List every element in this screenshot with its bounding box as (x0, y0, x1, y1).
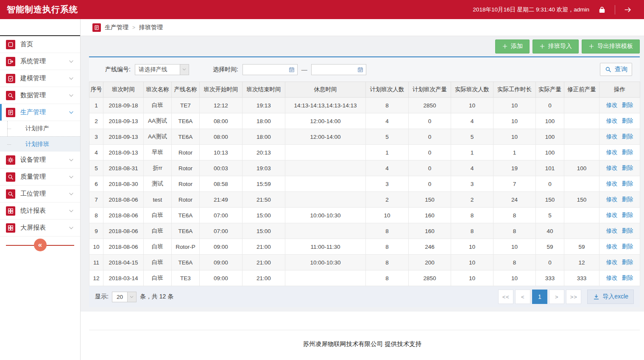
shift-import-button[interactable]: 排班导入 (532, 39, 579, 53)
edit-link[interactable]: 修改 (606, 228, 618, 234)
edit-link[interactable]: 修改 (606, 180, 618, 187)
table-cell: AA测试 (144, 129, 172, 145)
sidebar-item-equipment[interactable]: 设备管理 (0, 152, 80, 169)
sidebar-collapse-button[interactable]: « (34, 239, 47, 251)
table-cell (285, 270, 366, 286)
page-button[interactable]: < (515, 290, 530, 304)
delete-link[interactable]: 删除 (622, 196, 633, 202)
time-from-input[interactable] (243, 64, 298, 75)
edit-link[interactable]: 修改 (606, 149, 618, 155)
shift-panel: 产线编号: 请选择产线 选择时间: — (89, 56, 640, 307)
sidebar-item-quality[interactable]: 质量管理 (0, 169, 80, 186)
column-header: 班次结束时间 (243, 82, 285, 98)
page-size-select[interactable]: 20 (112, 292, 137, 302)
edit-link[interactable]: 修改 (606, 243, 618, 250)
table-cell: 10 (366, 208, 409, 223)
table-cell: 11:00-11:30 (285, 239, 366, 255)
column-header: 实际工作时长 (493, 82, 536, 98)
delete-link[interactable]: 删除 (622, 133, 633, 140)
table-cell: AA测试 (144, 113, 172, 129)
query-button[interactable]: 查询 (600, 63, 632, 76)
sidebar-item-station[interactable]: 工位管理 (0, 186, 80, 202)
delete-link[interactable]: 删除 (622, 228, 633, 234)
table-cell (564, 208, 599, 223)
column-header: 计划班次人数 (366, 82, 409, 98)
breadcrumb-separator: > (132, 25, 135, 31)
modeling-icon (6, 74, 15, 83)
breadcrumb: 生产管理 > 排班管理 (81, 19, 644, 36)
time-to-input[interactable] (311, 64, 366, 75)
delete-link[interactable]: 删除 (622, 212, 633, 218)
sidebar-item-stats-report[interactable]: 统计报表 (0, 202, 80, 219)
export-template-button[interactable]: 导出排班模板 (582, 39, 640, 53)
delete-link[interactable]: 删除 (622, 165, 633, 171)
calendar-icon[interactable] (288, 66, 295, 73)
page-button-current[interactable]: 1 (532, 290, 547, 304)
table-cell: 2850 (409, 98, 451, 113)
sidebar-item-bigscreen-report[interactable]: 大屏报表 (0, 219, 80, 236)
page-button[interactable]: << (498, 290, 513, 304)
plus-icon (502, 43, 508, 49)
table-cell: 白班 (144, 223, 172, 239)
table-cell: 0 (536, 176, 564, 192)
delete-link[interactable]: 删除 (622, 275, 633, 281)
edit-link[interactable]: 修改 (606, 133, 618, 140)
lock-icon[interactable] (598, 6, 606, 14)
table-cell: 15:59 (243, 176, 285, 192)
table-cell: 7 (493, 176, 536, 192)
sidebar-item-system[interactable]: 系统管理 (0, 53, 80, 70)
table-cell: 08:58 (200, 176, 243, 192)
table-cell: 4 (89, 145, 103, 160)
delete-link[interactable]: 删除 (622, 243, 633, 250)
table-cell: 19:13 (243, 98, 285, 113)
logout-arrow-icon[interactable] (624, 6, 632, 14)
sidebar-subitem-plan-production[interactable]: 计划排产 (0, 121, 80, 136)
delete-link[interactable]: 删除 (622, 180, 633, 187)
import-excel-button[interactable]: 导入excle (587, 290, 634, 304)
delete-link[interactable]: 删除 (622, 102, 633, 108)
actions-cell: 修改删除 (599, 223, 640, 239)
table-cell: 12:00-14:00 (285, 129, 366, 145)
edit-link[interactable]: 修改 (606, 275, 618, 281)
table-cell: 150 (564, 192, 599, 208)
page-button[interactable]: > (549, 290, 564, 304)
sidebar-subitem-plan-shift[interactable]: 计划排班 (0, 136, 80, 152)
edit-link[interactable]: 修改 (606, 212, 618, 218)
table-cell: 2018-09-13 (103, 145, 144, 160)
table-cell: 8 (366, 223, 409, 239)
column-header: 班次名称 (144, 82, 172, 98)
edit-link[interactable]: 修改 (606, 102, 618, 108)
sidebar-item-data[interactable]: 数据管理 (0, 87, 80, 104)
footer-text: 苏州凌犀物联网技术有限公司 提供技术支持 (81, 330, 644, 348)
calendar-icon[interactable] (357, 66, 364, 73)
edit-link[interactable]: 修改 (606, 165, 618, 171)
edit-link[interactable]: 修改 (606, 196, 618, 202)
table-cell: 2018-08-06 (103, 208, 144, 223)
breadcrumb-section[interactable]: 生产管理 (105, 24, 128, 31)
table-cell: 40 (536, 223, 564, 239)
table-header-row: 序号班次时间班次名称产线名称班次开始时间班次结束时间休息时间计划班次人数计划班次… (89, 82, 640, 98)
table-cell: 0 (536, 255, 564, 270)
add-button[interactable]: 添加 (495, 39, 530, 53)
table-cell: 5 (366, 129, 409, 145)
delete-link[interactable]: 删除 (622, 259, 633, 265)
table-cell: 白班 (144, 208, 172, 223)
edit-link[interactable]: 修改 (606, 118, 618, 124)
sidebar-item-modeling[interactable]: 建模管理 (0, 70, 80, 87)
sidebar-item-production[interactable]: 生产管理 (0, 104, 80, 121)
edit-link[interactable]: 修改 (606, 259, 618, 265)
sidebar-menu: 首页系统管理建模管理数据管理生产管理计划排产计划排班设备管理质量管理工位管理统计… (0, 36, 80, 236)
delete-link[interactable]: 删除 (622, 118, 633, 124)
table-cell (285, 192, 366, 208)
chevron-down-icon (68, 225, 74, 231)
line-select[interactable]: 请选择产线 (135, 64, 189, 75)
export-template-button-label: 导出排班模板 (597, 42, 633, 50)
table-cell: 0 (409, 145, 451, 160)
page-button[interactable]: >> (566, 290, 581, 304)
delete-link[interactable]: 删除 (622, 149, 633, 155)
chevron-down-icon (180, 65, 189, 75)
sidebar-item-home[interactable]: 首页 (0, 36, 80, 53)
table-cell (564, 129, 599, 145)
header-right: 2018年10月16日 星期二 9:31:40 欢迎，admin (473, 5, 644, 14)
table-cell: 09:00 (200, 270, 243, 286)
